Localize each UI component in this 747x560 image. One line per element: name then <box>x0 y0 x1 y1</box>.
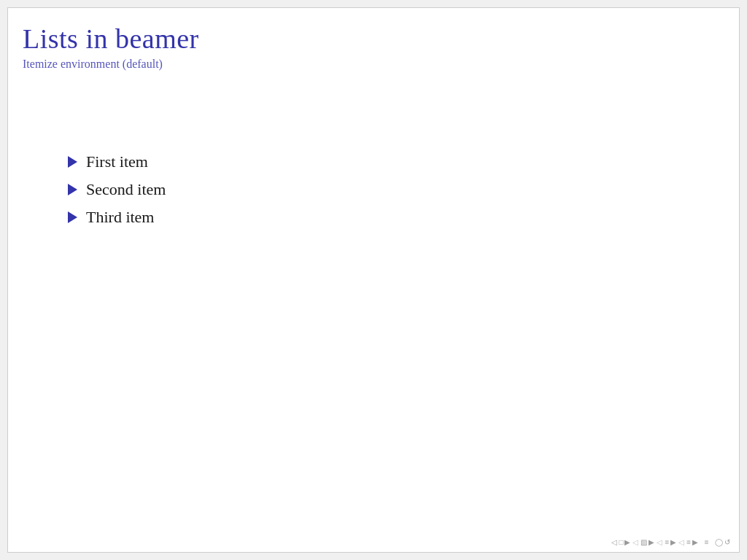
slide-content: First item Second item Third item <box>8 77 739 230</box>
bullet-arrow-icon <box>68 156 77 168</box>
nav-icon[interactable]: ▶ <box>670 538 676 546</box>
nav-separator: ◁ <box>657 538 662 546</box>
slide-subtitle: Itemize environment (default) <box>23 58 724 71</box>
nav-icon[interactable]: ▨ <box>640 538 647 546</box>
slide-title: Lists in beamer <box>23 23 724 55</box>
bullet-arrow-icon <box>68 211 77 223</box>
nav-separator <box>711 538 713 546</box>
nav-icon[interactable]: ≡ <box>665 538 669 546</box>
nav-icon[interactable]: ↺ <box>724 538 730 546</box>
footer-nav: ◁ □ ▶ ◁ ▨ ▶ ◁ ≡ ▶ ◁ ≡ ▶ ≡ ◯ ↺ <box>611 538 730 546</box>
nav-icon[interactable]: ◯ <box>715 538 723 546</box>
item-list: First item Second item Third item <box>66 149 739 230</box>
nav-icon[interactable]: ≡ <box>686 538 691 546</box>
nav-icon[interactable]: □ <box>619 538 623 546</box>
nav-icon[interactable]: ▶ <box>692 538 698 546</box>
nav-icon[interactable]: ◁ <box>611 538 617 546</box>
item-text: Third item <box>86 208 154 227</box>
item-text: Second item <box>86 180 166 199</box>
bullet-arrow-icon <box>68 184 77 195</box>
list-item: First item <box>66 149 739 174</box>
nav-icon[interactable]: ≡ <box>705 538 709 546</box>
nav-icon[interactable]: ▶ <box>649 538 654 546</box>
slide-header: Lists in beamer Itemize environment (def… <box>8 8 739 77</box>
list-item: Second item <box>66 177 739 202</box>
slide: Lists in beamer Itemize environment (def… <box>7 7 740 553</box>
slide-footer: ◁ □ ▶ ◁ ▨ ▶ ◁ ≡ ▶ ◁ ≡ ▶ ≡ ◯ ↺ <box>611 538 730 546</box>
nav-separator: ◁ <box>632 538 638 546</box>
nav-separator: ◁ <box>678 538 684 546</box>
list-item: Third item <box>66 205 739 230</box>
nav-separator <box>700 538 703 546</box>
item-text: First item <box>86 152 148 171</box>
nav-icon[interactable]: ▶ <box>624 538 630 546</box>
